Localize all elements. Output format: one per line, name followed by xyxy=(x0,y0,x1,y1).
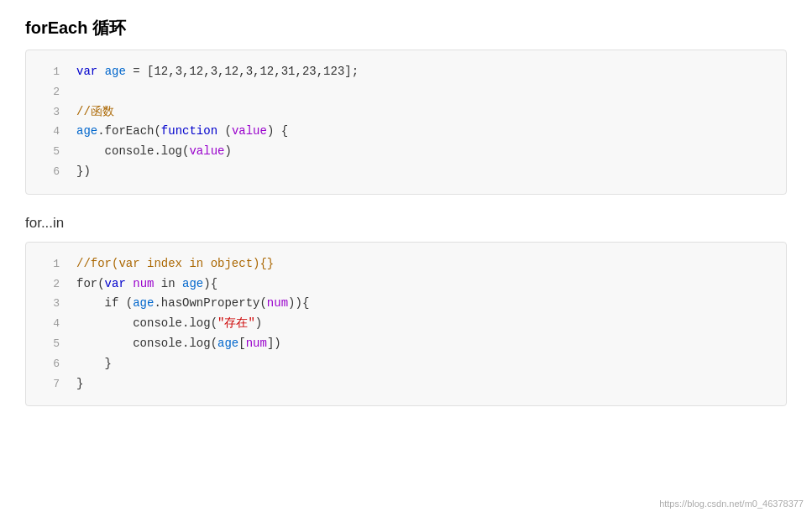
code-line-1: 1 //for(var index in object){} xyxy=(26,254,786,274)
code-content: console.log(age[num]) xyxy=(76,334,281,354)
code-content: if (age.hasOwnProperty(num)){ xyxy=(76,294,309,314)
forin-title: for...in xyxy=(25,215,787,232)
code-content xyxy=(76,82,83,102)
line-number: 3 xyxy=(39,295,60,313)
code-content: } xyxy=(76,374,83,394)
code-line-2: 2 for(var num in age){ xyxy=(26,274,786,295)
foreach-title: forEach 循环 xyxy=(25,17,787,39)
line-number: 4 xyxy=(39,123,60,141)
code-line-4: 4 age.forEach(function (value) { xyxy=(26,122,786,142)
code-line-5: 5 console.log(value) xyxy=(26,142,786,162)
code-content: var age = [12,3,12,3,12,3,12,31,23,123]; xyxy=(76,62,359,82)
code-content: console.log("存在") xyxy=(76,314,262,334)
code-line-6: 6 }) xyxy=(26,162,786,182)
line-number: 3 xyxy=(39,103,60,122)
code-line-7: 7 } xyxy=(26,374,786,394)
code-line-3: 3 if (age.hasOwnProperty(num)){ xyxy=(26,294,786,314)
code-line-2: 2 xyxy=(26,82,786,102)
code-content: //函数 xyxy=(76,102,114,123)
code-line-1: 1 var age = [12,3,12,3,12,3,12,31,23,123… xyxy=(26,62,786,82)
line-number: 2 xyxy=(39,275,60,294)
code-content: //for(var index in object){} xyxy=(76,254,274,274)
line-number: 6 xyxy=(39,355,60,373)
line-number: 4 xyxy=(39,315,60,333)
forin-section: for...in 1 //for(var index in object){} … xyxy=(25,215,787,407)
code-line-3: 3 //函数 xyxy=(26,102,786,123)
line-number: 1 xyxy=(39,255,60,274)
line-number: 6 xyxy=(39,163,60,181)
code-content: age.forEach(function (value) { xyxy=(76,122,288,142)
code-content: }) xyxy=(76,162,91,182)
line-number: 7 xyxy=(39,375,60,394)
foreach-code-block: 1 var age = [12,3,12,3,12,3,12,31,23,123… xyxy=(25,50,787,195)
line-number: 5 xyxy=(39,335,60,353)
code-line-6: 6 } xyxy=(26,354,786,374)
foreach-section: forEach 循环 1 var age = [12,3,12,3,12,3,1… xyxy=(25,17,787,195)
code-line-4: 4 console.log("存在") xyxy=(26,314,786,334)
watermark: https://blog.csdn.net/m0_46378377 xyxy=(659,499,804,509)
code-content: for(var num in age){ xyxy=(76,274,217,295)
line-number: 1 xyxy=(39,63,60,81)
line-number: 2 xyxy=(39,83,60,102)
code-line-5: 5 console.log(age[num]) xyxy=(26,334,786,354)
forin-code-block: 1 //for(var index in object){} 2 for(var… xyxy=(25,242,787,407)
code-content: console.log(value) xyxy=(76,142,232,162)
code-content: } xyxy=(76,354,112,374)
line-number: 5 xyxy=(39,143,60,161)
